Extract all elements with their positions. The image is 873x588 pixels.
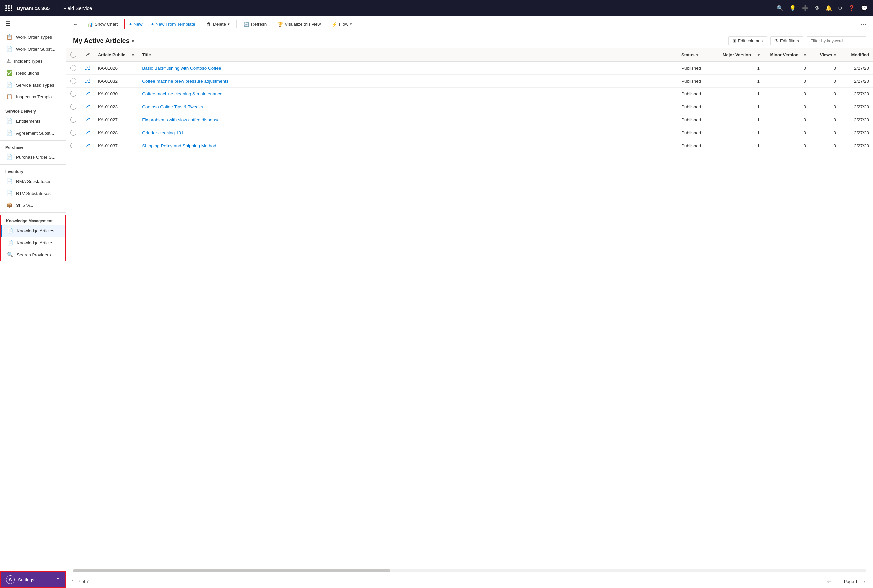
row-checkbox-ka-01032[interactable]	[66, 75, 80, 87]
horizontal-scrollbar[interactable]	[73, 570, 866, 572]
view-title-chevron[interactable]: ▾	[132, 39, 134, 44]
table-row: ⎇ KA-01037 Shipping Policy and Shipping …	[66, 139, 873, 152]
sidebar-item-purchase-order-s[interactable]: 📄 Purchase Order S...	[0, 151, 66, 163]
next-page-button[interactable]: →	[860, 578, 868, 585]
sidebar-item-rtv-substatuses[interactable]: 📄 RTV Substatuses	[0, 187, 66, 199]
sidebar-item-work-order-subst[interactable]: 📄 Work Order Subst...	[0, 43, 66, 55]
edit-filters-button[interactable]: ⚗ Edit filters	[770, 36, 803, 45]
gear-icon[interactable]: ⚙	[838, 5, 843, 11]
first-page-button[interactable]: ⇤	[825, 578, 832, 585]
search-icon[interactable]: 🔍	[777, 5, 783, 11]
col-header-status[interactable]: Status ▾	[677, 48, 717, 62]
inspection-templa-icon: 📋	[6, 94, 13, 100]
sidebar-item-agreement-subst[interactable]: 📄 Agreement Subst...	[0, 127, 66, 139]
lightbulb-icon[interactable]: 💡	[789, 5, 796, 11]
col-header-modified[interactable]: Modified	[840, 48, 873, 62]
row-title-ka-01037: Shipping Policy and Shipping Method	[138, 139, 677, 152]
row-checkbox-ka-01028[interactable]	[66, 126, 80, 139]
row-title-link-ka-01027[interactable]: Fix problems with slow coffee dispense	[142, 117, 219, 122]
row-title-link-ka-01032[interactable]: Coffee machine brew pressure adjustments	[142, 78, 228, 84]
sidebar-item-search-providers[interactable]: 🔍 Search Providers	[1, 249, 65, 261]
search-providers-icon: 🔍	[7, 252, 13, 258]
row-checkbox-ka-01027[interactable]	[66, 113, 80, 126]
row-minor-ka-01027: 0	[763, 113, 810, 126]
app-switcher[interactable]	[5, 5, 13, 11]
table-row: ⎇ KA-01023 Contoso Coffee Tips & Tweaks …	[66, 100, 873, 113]
section-purchase: Purchase	[0, 142, 66, 151]
more-commands-button[interactable]: ⋯	[858, 19, 869, 29]
row-views-ka-01030: 0	[810, 87, 840, 100]
row-checkbox-ka-01030[interactable]	[66, 87, 80, 100]
col-chevron-status[interactable]: ▾	[696, 53, 698, 57]
col-chevron-article-public-num[interactable]: ▾	[132, 53, 134, 57]
sidebar-item-knowledge-articles[interactable]: 📄 Knowledge Articles	[1, 225, 65, 237]
row-title-link-ka-01030[interactable]: Coffee machine cleaning & maintenance	[142, 92, 222, 96]
sidebar-item-inspection-templa[interactable]: 📋 Inspection Templa...	[0, 91, 66, 103]
help-icon[interactable]: ❓	[849, 5, 855, 11]
page-label: Page 1	[844, 579, 858, 584]
col-header-major-version[interactable]: Major Version ... ▾	[717, 48, 763, 62]
sidebar-item-ship-via[interactable]: 📦 Ship Via	[0, 199, 66, 211]
col-header-views[interactable]: Views ▾	[810, 48, 840, 62]
row-major-ka-01026: 1	[717, 62, 763, 75]
hamburger-menu[interactable]: ☰	[0, 16, 66, 31]
row-article-num-ka-01030: KA-01030	[94, 87, 138, 100]
show-chart-button[interactable]: 📊 Show Chart	[83, 19, 122, 29]
sidebar-item-incident-types[interactable]: ⚠ Incident Types	[0, 55, 66, 67]
row-title-link-ka-01028[interactable]: Grinder cleaning 101	[142, 130, 183, 135]
sidebar-item-knowledge-article-t[interactable]: 📄 Knowledge Article...	[1, 237, 65, 249]
sidebar-item-resolutions[interactable]: ✅ Resolutions	[0, 67, 66, 79]
row-checkbox-ka-01023[interactable]	[66, 100, 80, 113]
col-header-checkbox[interactable]	[66, 48, 80, 62]
add-icon[interactable]: ➕	[802, 5, 808, 11]
row-major-ka-01032: 1	[717, 75, 763, 87]
col-header-minor-version[interactable]: Minor Version... ▾	[763, 48, 810, 62]
visualize-icon: 🏆	[277, 21, 283, 27]
back-button[interactable]: ←	[70, 20, 81, 28]
prev-page-button[interactable]: ←	[834, 578, 842, 585]
sidebar-item-entitlements[interactable]: 📄 Entitlements	[0, 115, 66, 127]
sidebar-item-work-order-types[interactable]: 📋 Work Order Types	[0, 31, 66, 43]
col-header-title[interactable]: Title ↑↓	[138, 48, 677, 62]
row-title-ka-01026: Basic Backflushing with Contoso Coffee	[138, 62, 677, 75]
sidebar-label-inspection-templa: Inspection Templa...	[16, 94, 56, 99]
row-modified-ka-01023: 2/27/20	[840, 100, 873, 113]
table-row: ⎇ KA-01028 Grinder cleaning 101 Publishe…	[66, 126, 873, 139]
sidebar-item-rma-substatuses[interactable]: 📄 RMA Substatuses	[0, 176, 66, 187]
flow-button[interactable]: ⚡ Flow ▾	[328, 19, 356, 29]
row-views-ka-01023: 0	[810, 100, 840, 113]
filter-by-keyword-input[interactable]	[807, 36, 866, 45]
row-status-ka-01037: Published	[677, 139, 717, 152]
col-chevron-major-version[interactable]: ▾	[757, 53, 760, 57]
scrollbar-thumb[interactable]	[73, 570, 391, 572]
new-from-template-button[interactable]: + New From Template	[147, 19, 199, 29]
bell-icon[interactable]: 🔔	[825, 5, 832, 11]
sidebar-label-search-providers: Search Providers	[17, 252, 51, 257]
row-title-link-ka-01026[interactable]: Basic Backflushing with Contoso Coffee	[142, 66, 221, 70]
row-checkbox-ka-01037[interactable]	[66, 139, 80, 152]
row-checkbox-ka-01026[interactable]	[66, 62, 80, 75]
row-icon-ka-01023: ⎇	[80, 100, 94, 113]
delete-button[interactable]: 🗑 Delete ▾	[202, 19, 234, 29]
col-chevron-minor-version[interactable]: ▾	[804, 53, 806, 57]
row-title-link-ka-01023[interactable]: Contoso Coffee Tips & Tweaks	[142, 104, 203, 110]
refresh-button[interactable]: 🔄 Refresh	[239, 19, 271, 29]
delete-label: Delete	[213, 21, 226, 27]
edit-columns-button[interactable]: ⊞ Edit columns	[729, 36, 767, 45]
col-label-modified: Modified	[852, 52, 869, 57]
col-sort-title[interactable]: ↑↓	[153, 53, 156, 57]
new-from-template-label: New From Template	[155, 21, 195, 27]
col-label-views: Views	[820, 52, 832, 57]
visualize-button[interactable]: 🏆 Visualize this view	[273, 19, 325, 29]
row-minor-ka-01030: 0	[763, 87, 810, 100]
comment-icon[interactable]: 💬	[861, 5, 868, 11]
col-header-article-public-num[interactable]: Article Public ... ▾	[94, 48, 138, 62]
delete-chevron[interactable]: ▾	[228, 22, 230, 26]
new-button[interactable]: + New	[125, 19, 147, 29]
settings-item[interactable]: S Settings ⌃	[0, 572, 66, 588]
filter-icon[interactable]: ⚗	[814, 5, 819, 11]
col-chevron-views[interactable]: ▾	[834, 53, 836, 57]
sidebar-item-service-task-types[interactable]: 📄 Service Task Types	[0, 79, 66, 91]
row-title-link-ka-01037[interactable]: Shipping Policy and Shipping Method	[142, 143, 216, 148]
row-major-ka-01023: 1	[717, 100, 763, 113]
